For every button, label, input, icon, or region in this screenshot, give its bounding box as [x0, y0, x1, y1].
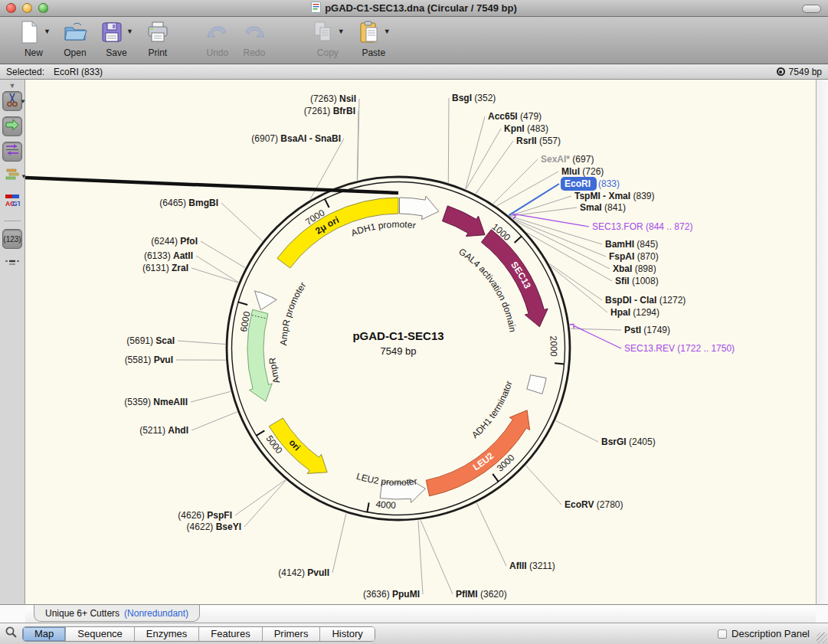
- primer-label-SEC13FOR[interactable]: SEC13.FOR (844 .. 872): [592, 221, 692, 232]
- enzyme-label-XbaI[interactable]: XbaI (898): [613, 263, 656, 274]
- enzyme-label-BamHI[interactable]: BamHI (845): [605, 239, 658, 250]
- enzyme-label-AatII[interactable]: (6133) AatII: [144, 250, 193, 261]
- description-panel-checkbox[interactable]: [718, 629, 727, 639]
- acgt-colors-icon: ACGT: [5, 193, 20, 211]
- feature-AmpR-promoter[interactable]: [255, 291, 277, 310]
- enzyme-label-BseYI[interactable]: (4622) BseYI: [187, 521, 241, 532]
- enzyme-label-RsrII[interactable]: RsrII (557): [516, 136, 561, 146]
- translations-toggle-button[interactable]: ▼: [2, 167, 22, 187]
- enzyme-label-ScaI[interactable]: (5691) ScaI: [126, 335, 175, 346]
- tick-7000: [325, 198, 329, 208]
- dropdown-caret-icon[interactable]: ▼: [338, 28, 345, 35]
- enzyme-label-EcoRI[interactable]: EcoRI(833): [561, 177, 620, 191]
- open-button[interactable]: Open: [63, 20, 87, 58]
- pattern-lines-toggle-button[interactable]: [2, 254, 22, 274]
- resize-grip[interactable]: [817, 633, 827, 643]
- print-button[interactable]: Print: [146, 20, 170, 58]
- view-tabs: MapSequenceEnzymesFeaturesPrimersHistory: [22, 626, 375, 642]
- feature-label-LEU2-promoter: LEU2 promoter: [355, 471, 418, 488]
- sequence-length-badge: 7549 bp: [789, 67, 822, 77]
- enzyme-label-AflII[interactable]: AflII (3211): [509, 561, 555, 571]
- cutters-filter-qualifier[interactable]: (Nonredundant): [124, 608, 188, 619]
- toolbar-button-label: Redo: [244, 47, 266, 58]
- enzyme-label-BspDIClaI[interactable]: BspDI - ClaI (1272): [605, 295, 686, 306]
- toolbar-toggle-button[interactable]: [802, 5, 821, 13]
- enzyme-label-EcoRV[interactable]: EcoRV (2780): [565, 499, 623, 510]
- enzyme-label-SmaI[interactable]: SmaI (841): [580, 202, 626, 213]
- primer-label-SEC13REV[interactable]: SEC13.REV (1722 .. 1750): [624, 343, 735, 354]
- plasmid-map-canvas[interactable]: 10002000300040005000600070002μ oriADH1 p…: [25, 80, 816, 604]
- horizontal-scrollbar[interactable]: Unique 6+ Cutters (Nonredundant): [0, 604, 828, 623]
- feature-AmpR[interactable]: [247, 309, 272, 401]
- view-tab-sequence[interactable]: Sequence: [66, 627, 135, 641]
- feature-2μ-ori[interactable]: [277, 198, 398, 268]
- new-document-icon: [17, 20, 41, 47]
- redo-arrow-icon: [242, 20, 267, 47]
- enzyme-label-BmgBI[interactable]: (6465) BmgBI: [159, 198, 218, 208]
- copy-button: ▼Copy: [311, 20, 345, 58]
- vertical-scrollbar[interactable]: [816, 80, 828, 604]
- enzyme-label-Acc65I[interactable]: Acc65I (479): [488, 111, 542, 122]
- close-button[interactable]: [6, 3, 16, 13]
- cutters-filter-tab[interactable]: Unique 6+ Cutters (Nonredundant): [34, 605, 200, 622]
- enzyme-label-SexAI[interactable]: SexAI* (697): [541, 154, 594, 165]
- enzyme-label-PflMI[interactable]: PflMI (3620): [456, 589, 507, 600]
- enzyme-label-BsrGI[interactable]: BsrGI (2405): [601, 436, 656, 447]
- enzyme-label-KpnI[interactable]: KpnI (483): [504, 123, 548, 134]
- enzyme-label-AhdI[interactable]: (5211) AhdI: [139, 425, 188, 436]
- tick-label-4000: 4000: [375, 499, 397, 511]
- primers-toggle-button[interactable]: [2, 142, 22, 162]
- enzyme-label-PfoI[interactable]: (6244) PfoI: [151, 236, 198, 247]
- toolbar-button-label: Print: [149, 47, 168, 58]
- enzyme-label-SfiI[interactable]: SfiI (1008): [615, 276, 659, 286]
- dropdown-caret-icon[interactable]: ▼: [44, 28, 51, 35]
- enzyme-label-NmeAIII[interactable]: (5359) NmeAIII: [124, 397, 188, 407]
- enzyme-label-PspFI[interactable]: (4626) PspFI: [178, 510, 232, 521]
- enzyme-label-BfrBI[interactable]: (7261) BfrBI: [304, 106, 355, 116]
- primer-mark-SEC13REV[interactable]: [574, 324, 574, 328]
- feature-LEU2[interactable]: [426, 410, 529, 496]
- view-tab-primers[interactable]: Primers: [263, 627, 321, 641]
- leader-EcoRV: [525, 466, 561, 505]
- tick-1000: [515, 236, 522, 243]
- dropdown-caret-icon[interactable]: ▼: [126, 28, 133, 35]
- view-tab-history[interactable]: History: [320, 627, 374, 641]
- numbering-toggle-button[interactable]: (123): [2, 229, 22, 249]
- paste-button[interactable]: ▼Paste: [357, 20, 391, 58]
- enzyme-label-NsiI[interactable]: (7263) NsiI: [310, 93, 356, 104]
- tick-4000: [367, 502, 368, 512]
- enzyme-label-PvuII[interactable]: (4142) PvuII: [278, 567, 329, 578]
- tick-label-2000: 2000: [548, 335, 559, 357]
- zoom-button[interactable]: [38, 3, 48, 13]
- enzyme-label-PstI[interactable]: PstI (1749): [624, 325, 670, 335]
- new-button[interactable]: ▼New: [17, 20, 51, 58]
- features-toggle-button[interactable]: [2, 116, 22, 136]
- sidebar-overflow-icon[interactable]: ▼: [9, 82, 16, 90]
- enzymes-toggle-button[interactable]: ▼: [2, 91, 22, 111]
- enzyme-label-PpuMI[interactable]: (3636) PpuMI: [363, 589, 420, 600]
- enzyme-label-BsaAISnaBI[interactable]: (6907) BsaAI - SnaBI: [251, 133, 341, 144]
- minimize-button[interactable]: [22, 3, 32, 13]
- enzyme-label-MluI[interactable]: MluI (726): [561, 166, 604, 177]
- feature-GAL4-activation-domain[interactable]: [443, 206, 486, 237]
- map-search-icon[interactable]: [5, 626, 18, 642]
- enzyme-label-TspMIXmaI[interactable]: TspMI - XmaI (839): [574, 191, 654, 201]
- enzyme-label-PvuI[interactable]: (5581) PvuI: [125, 355, 173, 365]
- window-controls: [6, 3, 48, 13]
- enzyme-label-ZraI[interactable]: (6131) ZraI: [142, 263, 188, 273]
- enzyme-label-HpaI[interactable]: HpaI (1294): [610, 307, 659, 318]
- dropdown-caret-icon[interactable]: ▼: [384, 28, 391, 35]
- enzyme-label-FspAI[interactable]: FspAI (870): [609, 251, 659, 262]
- view-tab-features[interactable]: Features: [199, 627, 262, 641]
- feature-ADH1-promoter[interactable]: [400, 196, 439, 220]
- view-tab-enzymes[interactable]: Enzymes: [135, 627, 199, 641]
- save-button[interactable]: ▼Save: [100, 20, 133, 58]
- feature-ADH1-terminator[interactable]: [527, 375, 546, 394]
- sequence-colors-toggle-button[interactable]: ACGT: [2, 192, 22, 212]
- toolbar-button-label: Undo: [207, 47, 229, 58]
- leader-PfoI: [201, 241, 245, 268]
- leader-KpnI: [466, 129, 501, 189]
- view-tab-map[interactable]: Map: [23, 627, 66, 641]
- selected-value: EcoRI (833): [54, 67, 103, 77]
- enzyme-label-BsgI[interactable]: BsgI (352): [452, 93, 496, 103]
